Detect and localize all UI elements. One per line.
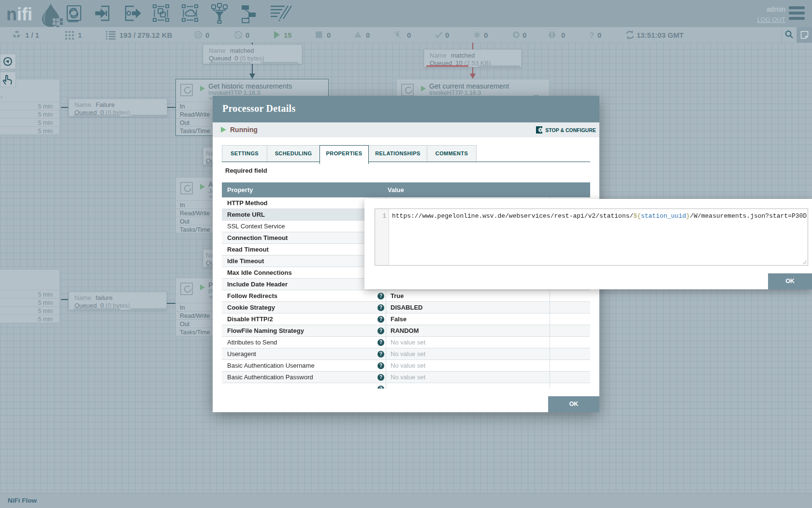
svg-text:LOG OUT: LOG OUT <box>757 16 785 23</box>
svg-text:admin: admin <box>767 5 786 13</box>
svg-text:n: n <box>6 4 17 24</box>
svg-text:ifi: ifi <box>17 4 32 24</box>
svg-text:?: ? <box>589 31 594 40</box>
